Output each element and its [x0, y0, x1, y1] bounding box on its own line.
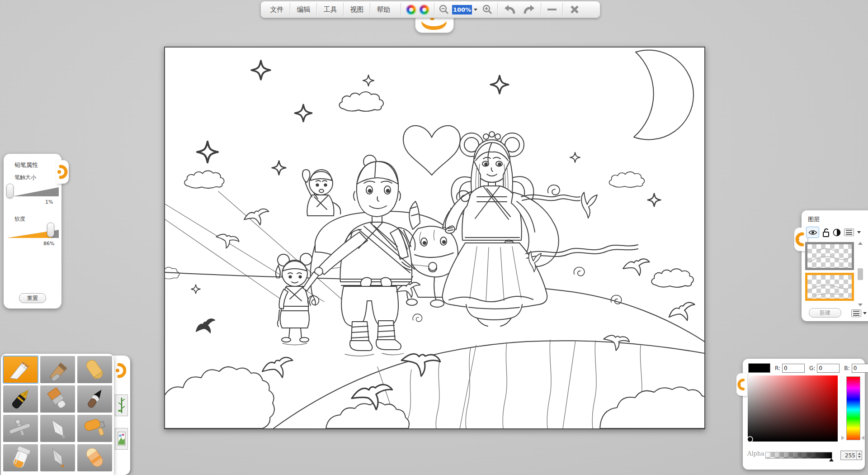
pastel-icon — [80, 358, 109, 381]
menu-file[interactable]: 文件 — [265, 1, 288, 18]
spinner-arrows[interactable] — [856, 451, 862, 460]
alpha-marker-icon[interactable] — [829, 458, 834, 461]
scroll-down-arrow-icon[interactable] — [858, 304, 863, 306]
green-field[interactable] — [817, 364, 840, 373]
zoom-out-button[interactable] — [436, 1, 452, 18]
menu-tools[interactable]: 工具 — [319, 1, 342, 18]
layers-panel-title: 图层 — [808, 215, 820, 223]
redo-button[interactable] — [519, 1, 539, 18]
alpha-slider[interactable] — [765, 452, 832, 459]
toolbar-separator — [562, 3, 563, 16]
tool-palette-knife[interactable] — [40, 415, 75, 442]
magnifier-plus-icon — [482, 4, 493, 15]
close-button[interactable] — [565, 1, 585, 18]
brush-size-slider-handle[interactable] — [6, 184, 14, 198]
picture-template-button[interactable] — [115, 428, 128, 450]
pencil-panel-collapse-handle[interactable] — [56, 160, 69, 184]
eye-icon — [808, 229, 817, 236]
alpha-value: 255 — [841, 452, 856, 459]
paint-jar-icon — [6, 446, 35, 469]
tool-airbrush[interactable] — [3, 415, 38, 442]
undo-button[interactable] — [500, 1, 519, 18]
tool-palette — [1, 354, 114, 475]
color-panel-collapse-handle[interactable] — [736, 373, 747, 396]
layer-visibility-button[interactable] — [806, 227, 819, 238]
tool-pastel[interactable] — [77, 356, 112, 383]
unlock-padlock-icon[interactable] — [822, 228, 830, 238]
softness-value: 86% — [43, 241, 54, 247]
chevron-down-icon[interactable] — [863, 312, 867, 314]
tool-pencil[interactable] — [3, 356, 38, 383]
alpha-spinner[interactable]: 255 — [840, 451, 862, 460]
menu-help[interactable]: 帮助 — [372, 1, 395, 18]
tool-paint-roller[interactable] — [77, 415, 112, 442]
chevron-down-icon[interactable] — [857, 231, 861, 233]
hue-marker-left-icon[interactable] — [841, 436, 844, 440]
drawing-canvas[interactable] — [164, 47, 705, 429]
orange-hook-icon — [795, 232, 806, 247]
quill-knife-icon — [43, 446, 72, 469]
blue-label: B: — [844, 365, 849, 371]
charcoal-pencil-icon — [43, 358, 72, 381]
magnifier-minus-icon — [439, 4, 449, 15]
tool-paint-jar[interactable] — [3, 444, 38, 471]
tool-palette-side-tab — [112, 356, 130, 475]
orange-hook-icon — [115, 362, 126, 379]
scrollbar-thumb[interactable] — [858, 268, 863, 280]
tool-quill-knife[interactable] — [40, 444, 75, 471]
tool-palette-collapse-handle[interactable] — [115, 362, 126, 381]
layer-item-1[interactable] — [805, 242, 854, 270]
reset-button[interactable]: 重置 — [19, 293, 46, 303]
redo-arrow-icon — [523, 4, 536, 15]
zoom-in-button[interactable] — [479, 1, 496, 18]
rainbow-logo-icon-1 — [406, 5, 416, 15]
tool-flat-brush[interactable] — [40, 385, 75, 413]
softness-slider-handle[interactable] — [47, 223, 54, 237]
toolbar-separator — [497, 3, 498, 16]
pencil-panel-title: 铅笔属性 — [14, 161, 38, 169]
tool-charcoal-pencil[interactable] — [40, 356, 75, 383]
menu-view[interactable]: 视图 — [345, 1, 368, 18]
spinner-up-icon[interactable] — [858, 453, 861, 455]
airbrush-icon — [6, 417, 35, 440]
line-art-cowherd-weaver — [165, 48, 704, 428]
rainbow-logo-icon-2 — [419, 5, 429, 15]
pencil-icon — [6, 358, 35, 381]
menu-edit[interactable]: 编辑 — [292, 1, 315, 18]
new-layer-button[interactable]: 新建 — [809, 308, 841, 318]
toolbar-separator — [316, 3, 317, 16]
softness-label: 软度 — [14, 215, 25, 223]
spinner-down-icon[interactable] — [858, 456, 861, 458]
minimize-button[interactable] — [543, 1, 561, 18]
blue-field[interactable] — [852, 364, 868, 373]
green-label: G: — [809, 365, 815, 371]
alpha-label: Alpha — [747, 450, 764, 457]
opacity-halfcircle-icon[interactable] — [833, 228, 841, 237]
layer-list-scrollbar[interactable] — [857, 242, 864, 306]
zoom-level-dropdown[interactable] — [472, 5, 479, 14]
color-picker-panel: R: G: B: Alpha 255 — [743, 359, 865, 470]
pencil-properties-panel: 铅笔属性 笔触大小 1% 软度 86% 重置 — [4, 154, 61, 309]
red-label: R: — [775, 365, 780, 371]
red-field[interactable] — [782, 364, 805, 373]
saturation-value-square[interactable] — [748, 375, 838, 442]
toolbar-separator — [541, 3, 542, 16]
tool-crayon[interactable] — [77, 444, 112, 471]
layers-panel: 图层 新建 — [802, 210, 868, 321]
layer-item-2[interactable] — [805, 273, 854, 301]
tool-ink-brush[interactable] — [77, 385, 112, 413]
chevron-down-icon — [474, 9, 477, 11]
hue-marker-right-icon[interactable] — [861, 436, 864, 440]
hue-bar[interactable] — [846, 376, 860, 440]
tool-fountain-pen[interactable] — [3, 385, 38, 413]
layer-1-sketch-preview — [807, 244, 852, 268]
close-x-icon — [570, 5, 580, 14]
brush-size-label: 笔触大小 — [14, 174, 36, 181]
current-color-swatch[interactable] — [748, 363, 770, 373]
bamboo-template-button[interactable] — [115, 394, 128, 416]
layers-options-list-icon[interactable] — [851, 309, 861, 317]
layer-menu-list-icon[interactable] — [844, 228, 854, 236]
scroll-up-arrow-icon[interactable] — [858, 242, 863, 245]
zoom-level-value[interactable]: 100% — [452, 5, 472, 14]
toolbar-separator — [370, 3, 371, 16]
